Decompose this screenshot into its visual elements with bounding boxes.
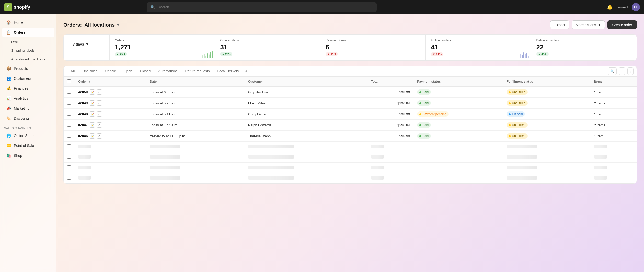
sidebar-item-online-store[interactable]: 🌐 Online Store <box>2 131 54 141</box>
order-note-icon[interactable]: 📝 <box>90 89 95 95</box>
order-tag-icon[interactable]: 🏷 <box>97 122 102 128</box>
order-link[interactable]: #2050 <box>78 90 88 94</box>
fulfillment-status-cell: Unfulfilled <box>503 120 590 131</box>
order-link[interactable]: #2047 <box>78 123 88 127</box>
sidebar-item-drafts[interactable]: Drafts <box>7 38 54 46</box>
fulfilled-mini-chart <box>520 51 529 58</box>
tab-automations[interactable]: Automations <box>155 66 181 76</box>
loading-fulfillment-cell <box>503 173 590 184</box>
table-row: #2050 📝 🏷 Today at 6:55 a.m Guy Hawkins … <box>64 87 637 98</box>
logo[interactable]: S shopify <box>4 3 30 11</box>
tab-unpaid[interactable]: Unpaid <box>102 66 120 76</box>
loading-items-cell <box>591 142 637 152</box>
loading-date-cell <box>146 163 245 173</box>
tab-closed[interactable]: Closed <box>136 66 154 76</box>
order-tag-icon[interactable]: 🏷 <box>97 100 102 106</box>
order-link[interactable]: #2048 <box>78 112 88 116</box>
sidebar-item-discounts[interactable]: 🏷️ Discounts <box>2 114 54 123</box>
tab-more-button[interactable]: + <box>243 66 249 76</box>
date-range-label: 7 days <box>73 42 84 46</box>
row-checkbox[interactable] <box>67 101 71 105</box>
sidebar-item-products[interactable]: 📦 Products <box>2 64 54 73</box>
customer-cell: Floyd Miles <box>245 98 367 109</box>
order-cell: #2046 📝 🏷 <box>75 131 146 142</box>
order-note-icon[interactable]: 📝 <box>90 133 95 139</box>
loading-date-cell <box>146 173 245 184</box>
select-all-checkbox[interactable] <box>67 79 71 83</box>
location-selector-button[interactable]: All locations ▼ <box>84 22 120 28</box>
sidebar-item-analytics[interactable]: 📊 Analytics <box>2 94 54 103</box>
order-note-icon[interactable]: 📝 <box>90 111 95 117</box>
order-tag-icon[interactable]: 🏷 <box>97 133 102 139</box>
order-tag-icon[interactable]: 🏷 <box>97 89 102 95</box>
sidebar-item-marketing-label: Marketing <box>14 106 29 110</box>
export-button[interactable]: Export <box>550 20 569 29</box>
table-tabs: All Unfulfilled Unpaid Open Closed Autom… <box>64 66 637 77</box>
returned-items-stat-card: Returned items 6 ▼ 11% <box>320 35 426 60</box>
row-checkbox[interactable] <box>67 90 71 94</box>
create-order-button[interactable]: Create order <box>607 20 637 29</box>
row-checkbox[interactable] <box>67 134 71 138</box>
row-checkbox-cell <box>64 120 75 131</box>
loading-order-cell <box>75 142 146 152</box>
ordered-items-label: Ordered items <box>220 39 315 42</box>
delivered-orders-label: Delivered orders <box>536 39 631 42</box>
user-menu-button[interactable]: Lauren L. LL <box>616 3 640 11</box>
tab-open[interactable]: Open <box>120 66 136 76</box>
order-tag-icon[interactable]: 🏷 <box>97 111 102 117</box>
payment-status-column-header[interactable]: Payment status <box>413 77 503 87</box>
more-actions-button[interactable]: More actions ▼ <box>572 20 605 29</box>
logo-text: shopify <box>14 5 30 10</box>
sidebar-item-marketing[interactable]: 📣 Marketing <box>2 104 54 113</box>
sidebar-item-shop[interactable]: 🛍️ Shop <box>2 151 54 161</box>
sidebar-item-home[interactable]: 🏠 Home <box>2 18 54 27</box>
date-cell: Yesterday at 11:55 p.m <box>146 131 245 142</box>
row-checkbox-cell <box>64 131 75 142</box>
sort-button[interactable]: ↕ <box>627 67 634 75</box>
notifications-button[interactable]: 🔔 <box>607 4 613 10</box>
app-body: 🏠 Home 📋 Orders Drafts Shipping labels A… <box>0 14 644 272</box>
date-column-header[interactable]: Date <box>146 77 245 87</box>
order-note-icon[interactable]: 📝 <box>90 100 95 106</box>
tab-local-delivery[interactable]: Local Delivery <box>214 66 243 76</box>
items-column-header[interactable]: Items <box>591 77 637 87</box>
loading-checkbox-cell <box>64 152 75 163</box>
sidebar-item-abandoned-label: Abandoned checkouts <box>11 57 45 61</box>
point-of-sale-icon: 💳 <box>6 143 11 148</box>
fulfillment-status-column-header[interactable]: Fulfillment status <box>503 77 590 87</box>
date-range-button[interactable]: 7 days ▼ <box>69 39 93 50</box>
fulfillment-status-badge: Unfulfilled <box>507 100 528 106</box>
order-column-header[interactable]: Order ▼ <box>75 77 146 87</box>
table-row: #2047 📝 🏷 Today at 1:44 a.m Ralph Edward… <box>64 120 637 131</box>
search-icon: 🔍 <box>150 5 155 9</box>
fulfillment-dot-icon <box>509 113 511 115</box>
sidebar-item-finances[interactable]: 💰 Finances <box>2 84 54 93</box>
loading-customer-cell <box>245 173 367 184</box>
order-link[interactable]: #2046 <box>78 134 88 138</box>
header-actions: Export More actions ▼ Create order <box>550 20 637 29</box>
order-note-icon[interactable]: 📝 <box>90 122 95 128</box>
sidebar-item-abandoned-checkouts[interactable]: Abandoned checkouts <box>7 55 54 63</box>
filter-button[interactable]: ≡ <box>619 67 625 75</box>
sidebar-item-shipping-labels[interactable]: Shipping labels <box>7 46 54 55</box>
row-checkbox[interactable] <box>67 112 71 116</box>
loading-total-cell <box>367 173 413 184</box>
total-column-header[interactable]: Total <box>367 77 413 87</box>
loading-fulfillment-cell <box>503 152 590 163</box>
sidebar-item-point-of-sale[interactable]: 💳 Point of Sale <box>2 141 54 151</box>
row-checkbox[interactable] <box>67 123 71 127</box>
search-input[interactable] <box>158 5 373 9</box>
tab-unfulfilled[interactable]: Unfulfilled <box>79 66 101 76</box>
sidebar-item-customers[interactable]: 👥 Customers <box>2 74 54 83</box>
sidebar-item-customers-label: Customers <box>14 76 31 81</box>
date-cell: Today at 5:20 a.m <box>146 98 245 109</box>
tab-all[interactable]: All <box>67 66 78 76</box>
tab-return-requests[interactable]: Return requests <box>181 66 213 76</box>
customer-column-header[interactable]: Customer <box>245 77 367 87</box>
order-link[interactable]: #2049 <box>78 101 88 105</box>
loading-payment-cell <box>413 163 503 173</box>
total-cell: $98.99 <box>367 109 413 120</box>
search-filter-button[interactable]: 🔍 <box>608 67 617 75</box>
total-cell: $396.84 <box>367 120 413 131</box>
sidebar-item-orders[interactable]: 📋 Orders <box>2 28 54 37</box>
